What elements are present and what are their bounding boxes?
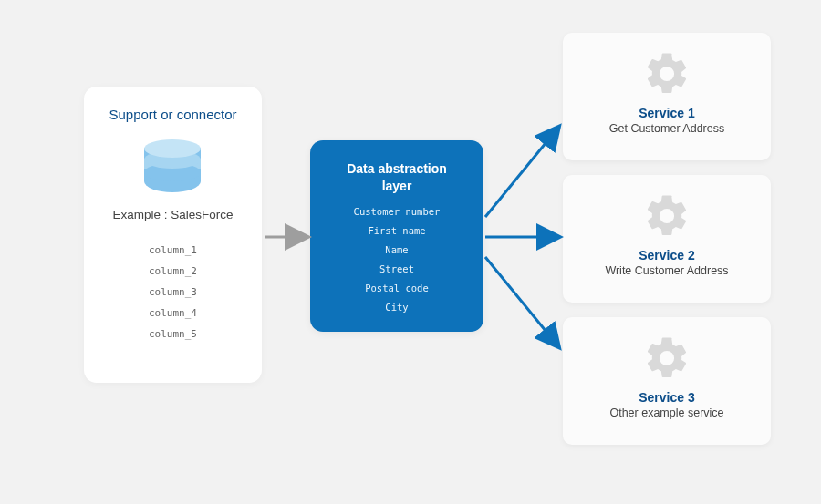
source-card: Support or connector Example : SalesForc… [84,87,262,383]
source-column: column_1 [84,240,262,261]
arrow-to-service-3 [485,257,558,346]
abstraction-field: City [310,298,483,317]
service-name: Service 3 [563,390,771,405]
abstraction-fields: Customer number First name Name Street P… [310,202,483,317]
gear-icon [642,334,691,383]
source-column: column_3 [84,282,262,303]
service-card: Service 3 Other example service [563,317,771,445]
source-column: column_4 [84,303,262,324]
service-name: Service 2 [563,248,771,262]
abstraction-field: Street [310,260,483,279]
source-column: column_5 [84,324,262,345]
abstraction-field: Name [310,241,483,260]
service-desc: Get Customer Address [563,122,771,135]
abstraction-title: Data abstraction layer [330,160,463,195]
abstraction-card: Data abstraction layer Customer number F… [310,140,483,332]
source-column: column_2 [84,261,262,282]
database-icon [144,139,201,192]
source-columns: column_1 column_2 column_3 column_4 colu… [84,240,262,345]
service-card: Service 2 Write Customer Address [563,175,771,303]
service-card: Service 1 Get Customer Address [563,33,771,160]
source-title: Support or connector [84,107,262,122]
abstraction-field: Postal code [310,279,483,298]
arrow-to-service-1 [485,128,558,217]
gear-icon [642,191,691,241]
abstraction-field: Customer number [310,202,483,221]
gear-icon [642,49,691,98]
abstraction-field: First name [310,221,483,241]
service-desc: Write Customer Address [563,264,771,277]
source-example-label: Example : SalesForce [84,208,262,221]
service-name: Service 1 [563,106,771,120]
service-desc: Other example service [563,406,771,419]
